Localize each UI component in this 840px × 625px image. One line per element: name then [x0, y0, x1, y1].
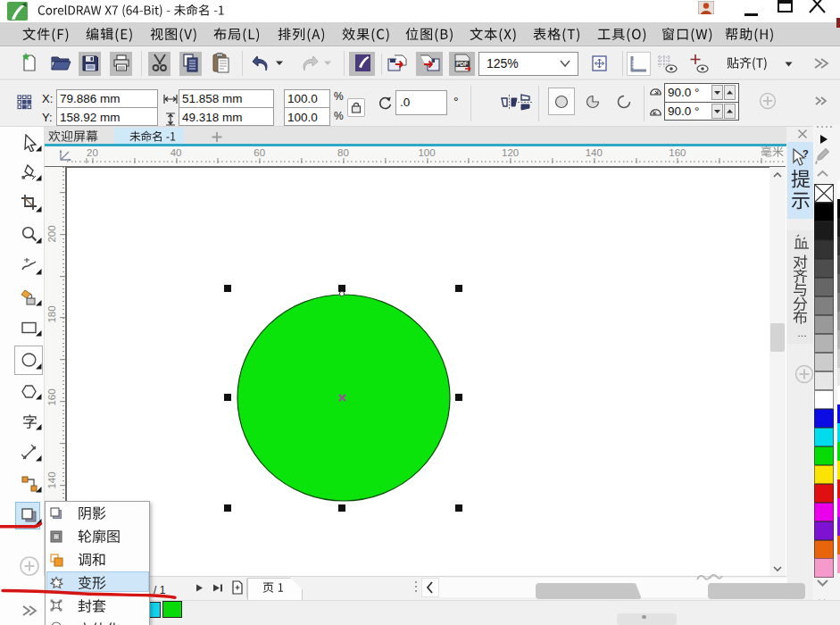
svg-text:PDF: PDF — [456, 61, 468, 67]
svg-text:?: ? — [803, 148, 809, 159]
